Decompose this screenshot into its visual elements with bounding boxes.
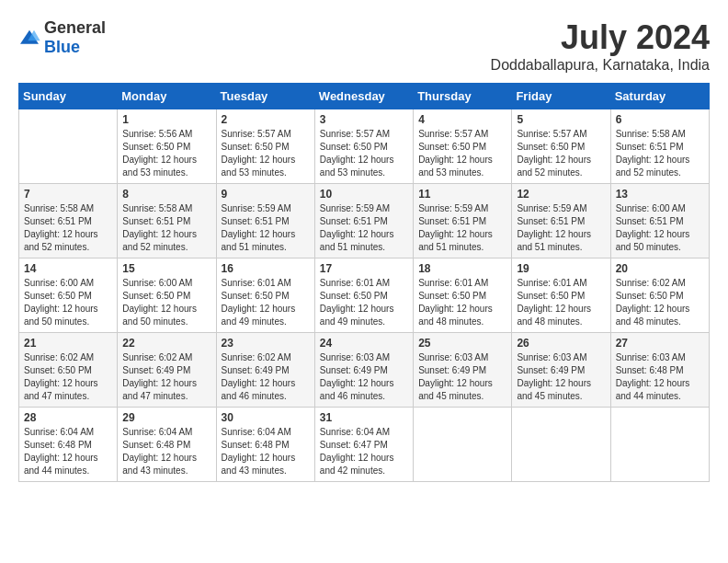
calendar-cell: 21Sunrise: 6:02 AM Sunset: 6:50 PM Dayli… [19,333,118,408]
day-number: 11 [418,188,506,201]
day-number: 20 [616,262,704,275]
calendar-cell: 8Sunrise: 5:58 AM Sunset: 6:51 PM Daylig… [118,184,216,259]
day-number: 27 [616,337,704,350]
day-header-thursday: Thursday [414,84,512,109]
cell-info: Sunrise: 6:02 AM Sunset: 6:49 PM Dayligh… [222,351,310,403]
day-number: 22 [122,337,210,350]
calendar-cell: 14Sunrise: 6:00 AM Sunset: 6:50 PM Dayli… [19,259,118,333]
calendar-week-row: 21Sunrise: 6:02 AM Sunset: 6:50 PM Dayli… [19,333,710,408]
calendar-cell: 15Sunrise: 6:00 AM Sunset: 6:50 PM Dayli… [118,259,216,333]
calendar-cell: 12Sunrise: 5:59 AM Sunset: 6:51 PM Dayli… [512,184,610,259]
calendar-week-row: 1Sunrise: 5:56 AM Sunset: 6:50 PM Daylig… [19,109,710,184]
day-number: 28 [24,411,112,424]
cell-info: Sunrise: 6:03 AM Sunset: 6:49 PM Dayligh… [320,351,408,403]
cell-info: Sunrise: 6:02 AM Sunset: 6:49 PM Dayligh… [122,351,210,403]
cell-info: Sunrise: 6:03 AM Sunset: 6:49 PM Dayligh… [517,351,605,403]
day-number: 25 [418,337,506,350]
day-number: 8 [122,188,210,201]
day-number: 16 [222,262,310,275]
day-number: 9 [222,188,310,201]
day-header-monday: Monday [118,84,216,109]
calendar-cell: 4Sunrise: 5:57 AM Sunset: 6:50 PM Daylig… [414,109,512,184]
calendar-cell: 10Sunrise: 5:59 AM Sunset: 6:51 PM Dayli… [314,184,413,259]
day-number: 6 [616,113,704,126]
calendar-cell: 24Sunrise: 6:03 AM Sunset: 6:49 PM Dayli… [314,333,413,408]
cell-info: Sunrise: 6:00 AM Sunset: 6:51 PM Dayligh… [616,202,704,254]
calendar-cell: 1Sunrise: 5:56 AM Sunset: 6:50 PM Daylig… [118,109,216,184]
day-number: 3 [320,113,408,126]
calendar-cell: 26Sunrise: 6:03 AM Sunset: 6:49 PM Dayli… [512,333,610,408]
cell-info: Sunrise: 5:58 AM Sunset: 6:51 PM Dayligh… [24,202,112,254]
cell-info: Sunrise: 5:57 AM Sunset: 6:50 PM Dayligh… [320,128,408,179]
cell-info: Sunrise: 6:04 AM Sunset: 6:47 PM Dayligh… [320,426,408,477]
cell-info: Sunrise: 6:01 AM Sunset: 6:50 PM Dayligh… [320,277,408,328]
cell-info: Sunrise: 5:57 AM Sunset: 6:50 PM Dayligh… [517,128,605,179]
day-number: 24 [320,337,408,350]
day-number: 31 [320,411,408,424]
calendar-cell: 9Sunrise: 5:59 AM Sunset: 6:51 PM Daylig… [216,184,314,259]
calendar-table: SundayMondayTuesdayWednesdayThursdayFrid… [18,83,710,482]
calendar-cell [414,408,512,482]
calendar-cell: 25Sunrise: 6:03 AM Sunset: 6:49 PM Dayli… [414,333,512,408]
day-number: 21 [24,337,112,350]
cell-info: Sunrise: 6:04 AM Sunset: 6:48 PM Dayligh… [122,426,210,477]
cell-info: Sunrise: 5:56 AM Sunset: 6:50 PM Dayligh… [122,128,210,179]
day-number: 4 [418,113,506,126]
logo-blue: Blue [44,38,80,56]
day-number: 15 [122,262,210,275]
calendar-cell: 16Sunrise: 6:01 AM Sunset: 6:50 PM Dayli… [216,259,314,333]
day-header-sunday: Sunday [19,84,118,109]
day-number: 7 [24,188,112,201]
calendar-cell [512,408,610,482]
cell-info: Sunrise: 5:59 AM Sunset: 6:51 PM Dayligh… [517,202,605,254]
calendar-cell: 23Sunrise: 6:02 AM Sunset: 6:49 PM Dayli… [216,333,314,408]
calendar-cell: 18Sunrise: 6:01 AM Sunset: 6:50 PM Dayli… [414,259,512,333]
calendar-cell: 28Sunrise: 6:04 AM Sunset: 6:48 PM Dayli… [19,408,118,482]
calendar-cell: 7Sunrise: 5:58 AM Sunset: 6:51 PM Daylig… [19,184,118,259]
cell-info: Sunrise: 6:04 AM Sunset: 6:48 PM Dayligh… [24,426,112,477]
cell-info: Sunrise: 6:03 AM Sunset: 6:49 PM Dayligh… [418,351,506,403]
calendar-cell: 29Sunrise: 6:04 AM Sunset: 6:48 PM Dayli… [118,408,216,482]
calendar-cell: 27Sunrise: 6:03 AM Sunset: 6:48 PM Dayli… [610,333,709,408]
calendar-header-row: SundayMondayTuesdayWednesdayThursdayFrid… [19,84,710,109]
month-title: July 2024 [491,18,710,57]
cell-info: Sunrise: 5:58 AM Sunset: 6:51 PM Dayligh… [122,202,210,254]
cell-info: Sunrise: 5:57 AM Sunset: 6:50 PM Dayligh… [222,128,310,179]
day-number: 18 [418,262,506,275]
day-header-tuesday: Tuesday [216,84,314,109]
day-number: 30 [222,411,310,424]
calendar-cell [610,408,709,482]
day-number: 14 [24,262,112,275]
cell-info: Sunrise: 6:01 AM Sunset: 6:50 PM Dayligh… [517,277,605,328]
cell-info: Sunrise: 5:59 AM Sunset: 6:51 PM Dayligh… [222,202,310,254]
page-header: General Blue July 2024 Doddaballapura, K… [18,18,710,74]
calendar-week-row: 7Sunrise: 5:58 AM Sunset: 6:51 PM Daylig… [19,184,710,259]
title-block: July 2024 Doddaballapura, Karnataka, Ind… [491,18,710,74]
day-header-wednesday: Wednesday [314,84,413,109]
logo-text: General Blue [44,18,106,57]
cell-info: Sunrise: 5:58 AM Sunset: 6:51 PM Dayligh… [616,128,704,179]
day-number: 1 [122,113,210,126]
cell-info: Sunrise: 5:57 AM Sunset: 6:50 PM Dayligh… [418,128,506,179]
logo: General Blue [18,18,106,57]
cell-info: Sunrise: 6:02 AM Sunset: 6:50 PM Dayligh… [24,351,112,403]
cell-info: Sunrise: 6:01 AM Sunset: 6:50 PM Dayligh… [222,277,310,328]
cell-info: Sunrise: 6:02 AM Sunset: 6:50 PM Dayligh… [616,277,704,328]
calendar-cell: 2Sunrise: 5:57 AM Sunset: 6:50 PM Daylig… [216,109,314,184]
calendar-week-row: 14Sunrise: 6:00 AM Sunset: 6:50 PM Dayli… [19,259,710,333]
day-header-saturday: Saturday [610,84,709,109]
day-number: 13 [616,188,704,201]
day-number: 23 [222,337,310,350]
calendar-cell: 30Sunrise: 6:04 AM Sunset: 6:48 PM Dayli… [216,408,314,482]
calendar-cell: 3Sunrise: 5:57 AM Sunset: 6:50 PM Daylig… [314,109,413,184]
calendar-cell: 22Sunrise: 6:02 AM Sunset: 6:49 PM Dayli… [118,333,216,408]
day-header-friday: Friday [512,84,610,109]
day-number: 5 [517,113,605,126]
cell-info: Sunrise: 6:00 AM Sunset: 6:50 PM Dayligh… [24,277,112,328]
day-number: 10 [320,188,408,201]
calendar-cell: 19Sunrise: 6:01 AM Sunset: 6:50 PM Dayli… [512,259,610,333]
day-number: 26 [517,337,605,350]
location-subtitle: Doddaballapura, Karnataka, India [491,57,710,74]
logo-icon [18,29,40,47]
calendar-cell: 6Sunrise: 5:58 AM Sunset: 6:51 PM Daylig… [610,109,709,184]
